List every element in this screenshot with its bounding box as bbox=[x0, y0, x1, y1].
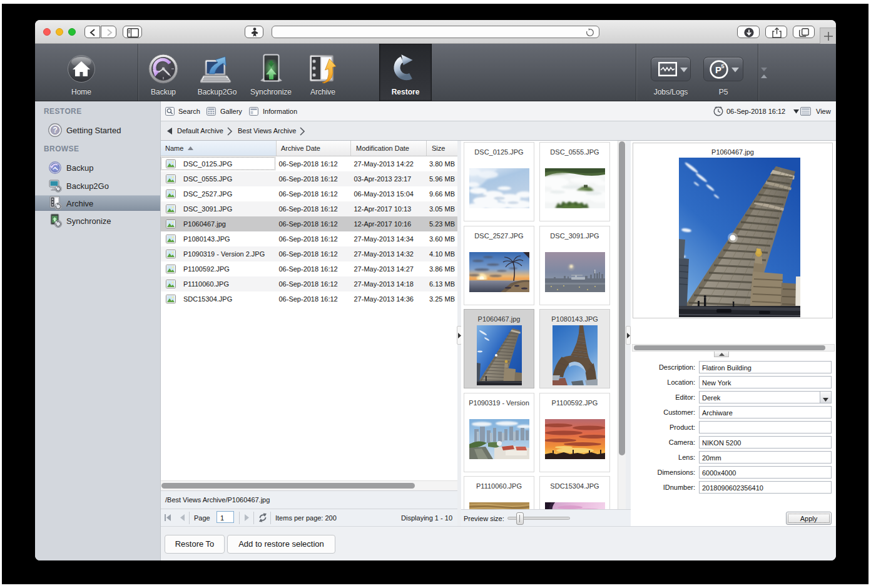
svg-text:5: 5 bbox=[721, 63, 725, 69]
svg-text:P: P bbox=[715, 64, 721, 75]
svg-text:?: ? bbox=[53, 126, 57, 134]
